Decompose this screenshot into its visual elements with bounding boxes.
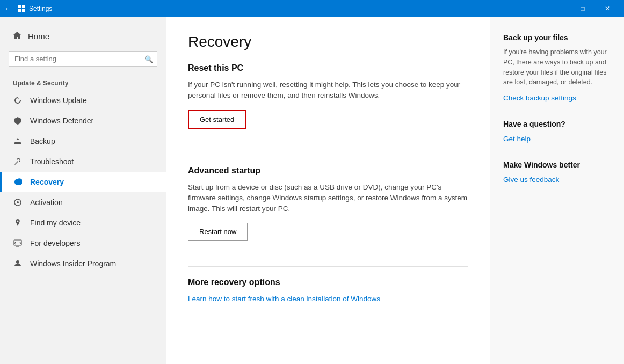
backup-section: Back up your files If you're having prob… [503, 33, 611, 103]
main-content: Recovery Reset this PC If your PC isn't … [166, 17, 490, 364]
sidebar-item-find-my-device[interactable]: Find my device [0, 213, 166, 233]
sidebar-item-recovery[interactable]: Recovery [0, 172, 166, 192]
feedback-section: Make Windows better Give us feedback [503, 161, 611, 184]
backup-icon [13, 137, 23, 145]
feedback-link[interactable]: Give us feedback [503, 176, 559, 184]
recovery-icon [13, 178, 23, 186]
question-section-title: Have a question? [503, 120, 611, 128]
app-body: Home 🔍 Update & Security Windows Update [0, 17, 624, 364]
advanced-section-desc: Start up from a device or disc (such as … [188, 182, 468, 215]
svg-rect-4 [14, 142, 21, 144]
advanced-section-title: Advanced startup [188, 166, 468, 176]
svg-point-6 [17, 201, 19, 203]
divider-2 [188, 266, 468, 267]
developer-icon [13, 239, 23, 247]
minimize-button[interactable]: ─ [546, 0, 570, 17]
home-icon [13, 31, 21, 41]
sidebar-item-windows-insider[interactable]: Windows Insider Program [0, 253, 166, 274]
titlebar: ← Settings ─ □ ✕ [0, 0, 624, 17]
windows-insider-label: Windows Insider Program [30, 259, 116, 268]
sidebar-item-troubleshoot[interactable]: Troubleshoot [0, 151, 166, 172]
sidebar-item-home[interactable]: Home [0, 26, 166, 47]
svg-rect-3 [22, 9, 25, 12]
shield-icon [13, 117, 23, 125]
sidebar-item-backup[interactable]: Backup [0, 131, 166, 151]
back-icon: ← [4, 4, 12, 13]
backup-section-desc: If you're having problems with your PC, … [503, 47, 611, 88]
home-label: Home [28, 32, 49, 41]
search-input[interactable] [9, 51, 157, 67]
svg-point-8 [16, 260, 19, 264]
right-panel: Back up your files If you're having prob… [490, 17, 624, 364]
page-title: Recovery [188, 33, 468, 50]
svg-rect-2 [18, 9, 21, 12]
back-button[interactable]: ← [4, 4, 12, 13]
sidebar-item-activation[interactable]: Activation [0, 192, 166, 213]
svg-rect-1 [22, 5, 25, 8]
backup-section-title: Back up your files [503, 33, 611, 42]
windows-defender-label: Windows Defender [30, 117, 93, 125]
section-label: Update & Security [0, 75, 166, 90]
search-icon: 🔍 [144, 55, 153, 63]
question-section: Have a question? Get help [503, 120, 611, 143]
for-developers-label: For developers [30, 239, 80, 247]
reset-section-title: Reset this PC [188, 63, 468, 73]
reset-section-desc: If your PC isn't running well, resetting… [188, 79, 468, 101]
find-my-device-label: Find my device [30, 219, 81, 227]
sidebar-item-windows-update[interactable]: Windows Update [0, 90, 166, 111]
close-button[interactable]: ✕ [595, 0, 620, 17]
activation-label: Activation [30, 198, 63, 207]
troubleshoot-label: Troubleshoot [30, 157, 74, 166]
windows-update-icon [13, 96, 23, 105]
backup-label: Backup [30, 137, 55, 145]
maximize-button[interactable]: □ [570, 0, 595, 17]
check-backup-link[interactable]: Check backup settings [503, 94, 576, 102]
activation-icon [13, 198, 23, 207]
app-icon [17, 4, 26, 13]
get-help-link[interactable]: Get help [503, 135, 531, 143]
get-started-button[interactable]: Get started [188, 110, 246, 129]
wrench-icon [13, 157, 23, 166]
windows-update-label: Windows Update [30, 96, 87, 105]
sidebar-item-windows-defender[interactable]: Windows Defender [0, 111, 166, 131]
insider-icon [13, 259, 23, 268]
sidebar-item-for-developers[interactable]: For developers [0, 233, 166, 253]
window-controls: ─ □ ✕ [546, 0, 620, 17]
divider-1 [188, 155, 468, 155]
find-device-icon [13, 219, 23, 227]
svg-rect-0 [18, 5, 21, 8]
feedback-section-title: Make Windows better [503, 161, 611, 169]
sidebar-search-container: 🔍 [9, 51, 157, 67]
app-title: Settings [29, 5, 546, 12]
restart-now-button[interactable]: Restart now [188, 223, 248, 241]
recovery-label: Recovery [30, 178, 64, 186]
clean-install-link[interactable]: Learn how to start fresh with a clean in… [188, 295, 380, 303]
sidebar: Home 🔍 Update & Security Windows Update [0, 17, 166, 364]
more-section-title: More recovery options [188, 278, 468, 287]
